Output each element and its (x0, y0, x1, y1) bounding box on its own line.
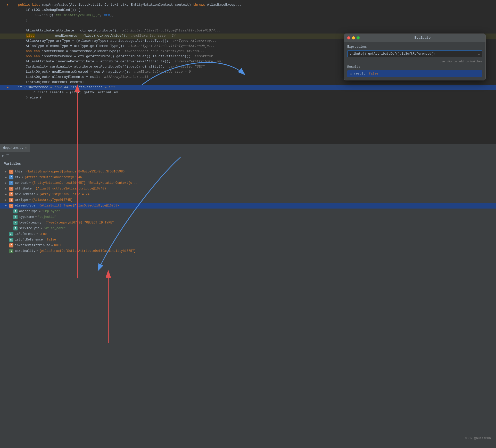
keyword-boolean: boolean (26, 49, 40, 53)
debug-info: = tru (103, 85, 115, 89)
var-item-this[interactable]: ▶ E this = {EntityGraphMapper$$EnhancerB… (0, 169, 496, 175)
code-text: ); (110, 13, 114, 17)
var-val-context: {EntityMutationContext@16657} "EntityMut… (32, 181, 138, 185)
eval-window-buttons (347, 36, 360, 39)
file-tab[interactable]: departme... × (0, 144, 30, 152)
line-content-1: public List mapArrayValue(AttributeMutat… (10, 3, 496, 7)
var-name-serviceType: serviceType (19, 227, 39, 230)
tab-close-button[interactable]: × (25, 146, 27, 150)
var-item-elementType[interactable]: ▼ E elementType = {AtlasBuiltInTypes$Atl… (0, 203, 496, 209)
expand-icon-inverseRefAttribute[interactable] (5, 244, 9, 247)
var-item-attribute[interactable]: ▶ E attribute = {AtlasStructType$AtlasAt… (0, 186, 496, 192)
var-type-icon-newElements: E (9, 192, 13, 196)
eval-result-infinity-icon: ∞ (350, 72, 352, 76)
eval-input-expand-icon[interactable]: ⌄ (478, 52, 480, 56)
var-val-inverseRefAttribute: null (54, 244, 62, 247)
line-content-6: AtlasAttribute attribute = ctx.getAttrib… (10, 29, 496, 32)
line-content-17: if (isReference = true && !isSoftReferen… (10, 85, 496, 89)
debug-info: elementType: AtlasBuiltInTypes$AtlasObje… (128, 44, 215, 48)
code-text: = (List) ctx.getValue(); (77, 34, 131, 38)
expand-icon-isSoftReference[interactable] (5, 238, 9, 241)
code-line-2: if (LOG.isDebugEnabled()) { (0, 8, 496, 13)
eval-expression-input[interactable] (350, 52, 476, 56)
eval-input-row[interactable]: ⌄ (347, 50, 482, 57)
eval-maximize-button[interactable] (357, 36, 360, 39)
var-item-typeName[interactable]: T typeName = "objectid" (0, 214, 496, 220)
var-item-arrType[interactable]: ▶ E arrType = {AtlasArrayType@16745} (0, 197, 496, 203)
var-name-cardinality: cardinality (15, 249, 35, 253)
var-item-isSoftReference[interactable]: 01 isSoftReference = false (0, 237, 496, 243)
var-item-objectType[interactable]: T objectType = "Employee" (0, 209, 496, 214)
var-val-isReference: true (39, 232, 47, 236)
var-name-typeName: typeName (19, 215, 34, 219)
var-item-cardinality[interactable]: E cardinality = {AtlasStructDef$AtlasAtt… (0, 248, 496, 254)
code-text: ctx, (119, 3, 131, 7)
code-text: } else { (26, 96, 42, 99)
code-text: ctx (104, 13, 110, 17)
eval-result-value: false (369, 72, 378, 76)
code-text: Cardinality cardinality attribute.getAtt… (26, 65, 169, 69)
code-text: LOG.debug( (34, 13, 54, 17)
expand-icon-typeCategory[interactable] (9, 221, 13, 224)
grid-icon[interactable]: ⊞ (2, 154, 4, 158)
var-name-ctx: ctx (15, 176, 21, 179)
code-line-3: LOG.debug("==> mapArrayValue({})", ctx); (0, 13, 496, 18)
panel-icons: ⊞ ☰ (0, 153, 12, 160)
expand-icon-cardinality[interactable] (5, 250, 9, 253)
keyword-boolean: boolean (26, 54, 40, 58)
var-item-serviceType[interactable]: T serviceType = "atlas_core" (0, 226, 496, 231)
var-name-context: context (15, 181, 28, 185)
eval-body: Expression: ⌄ Use ⇧⌘↵ to add to Watches … (344, 42, 485, 80)
var-val-newElements: {ArrayList@16735} size = 24 (39, 193, 89, 196)
expand-icon-serviceType[interactable] (9, 227, 13, 230)
eval-close-button[interactable] (347, 36, 350, 39)
var-item-inverseRefAttribute[interactable]: E inverseRefAttribute = null (0, 243, 496, 248)
expand-icon-elementType[interactable]: ▼ (5, 204, 9, 207)
code-text: AtlasType elementType = arrType.getEleme… (26, 44, 128, 48)
code-line-18: currentElements = (List) getCollectionEl… (0, 90, 496, 95)
code-text: context) (173, 3, 193, 7)
expand-icon-attribute[interactable]: ▶ (5, 187, 9, 190)
eval-minimize-button[interactable] (352, 36, 355, 39)
var-name-isReference: isReference (15, 232, 35, 236)
var-item-newElements[interactable]: ▶ E newElements = {ArrayList@16735} size… (0, 192, 496, 197)
var-type-icon-serviceType: T (13, 226, 18, 230)
var-name-attribute: attribute (15, 187, 32, 190)
eval-result-text: result = (354, 72, 369, 76)
eval-title: Evaluate (363, 36, 482, 40)
expand-icon-context[interactable]: ▶ (5, 181, 9, 185)
code-text: LOG (34, 8, 40, 12)
list-icon[interactable]: ☰ (6, 154, 10, 158)
eval-hint: Use ⇧⌘↵ to add to Watches (347, 60, 482, 63)
code-text (35, 34, 55, 38)
debug-info: isSoftRef... (195, 54, 219, 58)
var-item-ctx[interactable]: ▶ P ctx = {AttributeMutationContext@1674… (0, 175, 496, 180)
var-item-isReference[interactable]: 01 isReference = true (0, 231, 496, 237)
expand-icon-newElements[interactable]: ▶ (5, 193, 9, 196)
code-text: List<Object> newElementsCreated = new Ar… (26, 70, 134, 74)
line-content-19: } else { (10, 96, 496, 99)
line-content-18: currentElements = (List) getCollectionEl… (10, 90, 496, 94)
code-text: currentElements = (List) getCollectionEl… (34, 90, 124, 94)
code-line-5 (0, 23, 496, 28)
var-name-objectType: objectType (19, 210, 38, 213)
code-text: && !isSoftReference (64, 85, 102, 89)
var-val-objectType: "Employee" (42, 210, 60, 213)
code-text: List (26, 34, 35, 38)
var-val-typeCategory: {TypeCategory@16770} "OBJECT_ID_TYPE" (45, 221, 114, 225)
var-type-icon-isSoftReference: 01 (9, 238, 13, 242)
code-text: = null; (84, 75, 104, 79)
expand-icon-this[interactable]: ▶ (5, 170, 9, 173)
code-text: (elementType); (92, 49, 124, 53)
var-item-typeCategory[interactable]: T typeCategory = {TypeCategory@16770} "O… (0, 220, 496, 226)
var-item-context[interactable]: ▶ P context = {EntityMutationContext@166… (0, 180, 496, 186)
expand-icon-isReference[interactable] (5, 233, 9, 236)
code-text: if (isReference (18, 85, 48, 89)
expand-icon-objectType[interactable] (9, 210, 13, 213)
expand-icon-arrType[interactable]: ▶ (5, 198, 9, 202)
expand-icon-typeName[interactable] (9, 216, 13, 219)
debug-info: = true (48, 85, 64, 89)
expand-icon-ctx[interactable]: ▶ (5, 176, 9, 179)
var-type-icon-this: E (9, 170, 13, 174)
var-name-typeCategory: typeCategory (19, 221, 41, 225)
